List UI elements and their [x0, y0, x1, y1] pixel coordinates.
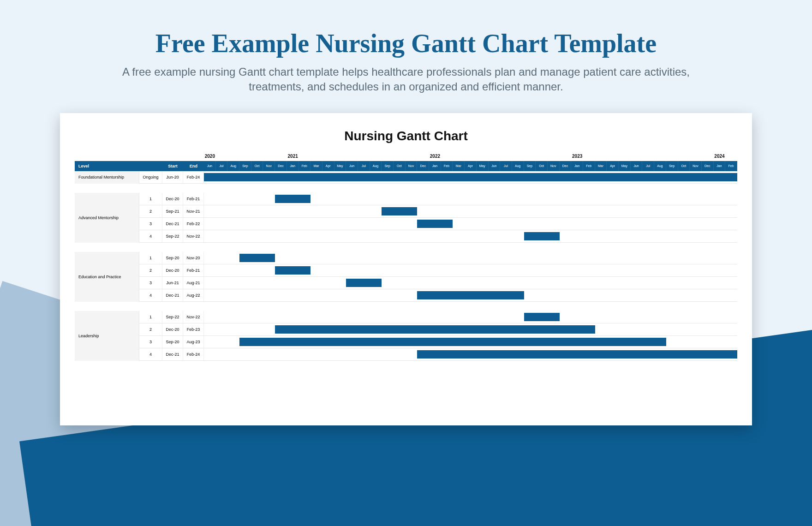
chart-title: Nursing Gantt Chart	[75, 129, 737, 143]
gantt-bar	[382, 207, 417, 215]
gantt-month-cell: May	[477, 161, 489, 171]
gantt-month-cell: Oct	[536, 161, 548, 171]
gantt-month-cell: Mar	[595, 161, 607, 171]
page-title: Free Example Nursing Gantt Chart Templat…	[0, 29, 812, 58]
gantt-group-spacer	[75, 243, 737, 252]
gantt-month-cell: Apr	[322, 161, 334, 171]
gantt-year-label: 2024	[714, 154, 724, 159]
gantt-row-start: Dec-20	[162, 264, 183, 276]
gantt-row-sub: 1	[139, 193, 162, 205]
gantt-month-cell: Jun	[489, 161, 501, 171]
gantt-group-spacer	[75, 184, 737, 193]
gantt-month-cell: Feb	[583, 161, 595, 171]
gantt-bar	[524, 232, 560, 240]
gantt-month-cell: Feb	[299, 161, 311, 171]
gantt-row-end: Feb-23	[183, 323, 204, 335]
gantt-row: 3Sep-20Aug-23	[139, 336, 737, 348]
gantt-month-cell: Oct	[678, 161, 690, 171]
gantt-group: Education and Practice1Sep-20Nov-202Dec-…	[75, 252, 737, 302]
page-subtitle: A free example nursing Gantt chart templ…	[118, 65, 694, 95]
gantt-row-end: Feb-21	[183, 264, 204, 276]
gantt-month-cell: Aug	[227, 161, 239, 171]
gantt-month-cell: Oct	[394, 161, 406, 171]
gantt-month-cell: Mar	[453, 161, 465, 171]
gantt-chart: 20202021202220232024 Level Start End Jun…	[75, 154, 737, 361]
gantt-bar	[346, 279, 382, 287]
gantt-month-cell: Jan	[429, 161, 441, 171]
gantt-month-cell: Sep	[239, 161, 251, 171]
gantt-row-bararea	[204, 252, 737, 264]
gantt-month-cell: Jun	[204, 161, 216, 171]
gantt-month-cell: May	[619, 161, 631, 171]
gantt-month-cell: Jul	[358, 161, 370, 171]
gantt-row-bararea	[204, 336, 737, 348]
gantt-group-spacer	[75, 302, 737, 311]
gantt-row-sub: 3	[139, 277, 162, 289]
gantt-bar	[275, 195, 310, 203]
gantt-row: 2Sep-21Nov-21	[139, 205, 737, 218]
gantt-row-end: Feb-22	[183, 218, 204, 230]
gantt-row-sub: 3	[139, 218, 162, 230]
gantt-month-cell: Mar	[310, 161, 322, 171]
gantt-month-cell: Feb	[725, 161, 737, 171]
gantt-row-sub: 2	[139, 264, 162, 276]
gantt-row-sub: 2	[139, 323, 162, 335]
gantt-month-cell: Dec	[560, 161, 572, 171]
gantt-group-name: Advanced Mentorship	[75, 193, 139, 243]
gantt-month-cell: Nov	[548, 161, 560, 171]
gantt-row: 4Dec-21Feb-24	[139, 348, 737, 361]
gantt-month-cell: Nov	[690, 161, 702, 171]
gantt-bar	[524, 313, 560, 321]
gantt-month-cell: Dec	[702, 161, 714, 171]
gantt-row-bararea	[204, 311, 737, 323]
gantt-row-end: Feb-24	[183, 348, 204, 360]
gantt-row-start: Dec-21	[162, 218, 183, 230]
gantt-month-cell: Apr	[465, 161, 477, 171]
gantt-row-bararea	[204, 277, 737, 289]
gantt-row: 1Dec-20Feb-21	[139, 193, 737, 205]
gantt-bar	[239, 338, 666, 346]
gantt-row-start: Dec-20	[162, 193, 183, 205]
gantt-row-bararea	[204, 205, 737, 217]
gantt-month-cell: Aug	[512, 161, 524, 171]
gantt-row-start: Sep-22	[162, 230, 183, 242]
gantt-row: 2Dec-20Feb-23	[139, 323, 737, 336]
gantt-row-end: Nov-22	[183, 311, 204, 323]
gantt-row-start: Sep-20	[162, 336, 183, 348]
gantt-group-name: Education and Practice	[75, 252, 139, 302]
gantt-row-sub: 1	[139, 252, 162, 264]
gantt-row: 2Dec-20Feb-21	[139, 264, 737, 277]
gantt-year-label: 2021	[288, 154, 298, 159]
gantt-row-bararea	[204, 171, 737, 183]
gantt-row-sub: 4	[139, 348, 162, 360]
gantt-row-sub: 4	[139, 230, 162, 242]
gantt-month-cell: Jan	[287, 161, 299, 171]
gantt-row-bararea	[204, 289, 737, 301]
gantt-bar	[239, 254, 275, 262]
gantt-row: OngoingJun-20Feb-24	[139, 171, 737, 184]
gantt-row-end: Aug-21	[183, 277, 204, 289]
gantt-month-cell: Jul	[500, 161, 512, 171]
gantt-group-name: Leadership	[75, 311, 139, 361]
gantt-row-bararea	[204, 348, 737, 360]
gantt-row: 1Sep-20Nov-20	[139, 252, 737, 264]
gantt-row-sub: 2	[139, 205, 162, 217]
gantt-bar	[417, 350, 737, 359]
gantt-row-sub: 4	[139, 289, 162, 301]
gantt-year-label: 2020	[205, 154, 215, 159]
gantt-month-cell: Dec	[417, 161, 429, 171]
gantt-header-row: Level Start End JunJulAugSepOctNovDecJan…	[75, 161, 737, 171]
col-header-start: Start	[162, 161, 183, 171]
gantt-month-cell: Jul	[642, 161, 654, 171]
gantt-month-cell: Dec	[275, 161, 287, 171]
gantt-row-end: Aug-23	[183, 336, 204, 348]
gantt-month-cell: Jan	[571, 161, 583, 171]
col-header-end: End	[183, 161, 204, 171]
gantt-row-end: Nov-20	[183, 252, 204, 264]
gantt-month-cell: Sep	[666, 161, 678, 171]
gantt-row-start: Jun-21	[162, 277, 183, 289]
gantt-bar	[204, 173, 737, 181]
gantt-row-bararea	[204, 230, 737, 242]
gantt-month-cell: Sep	[524, 161, 536, 171]
gantt-year-label: 2023	[572, 154, 582, 159]
